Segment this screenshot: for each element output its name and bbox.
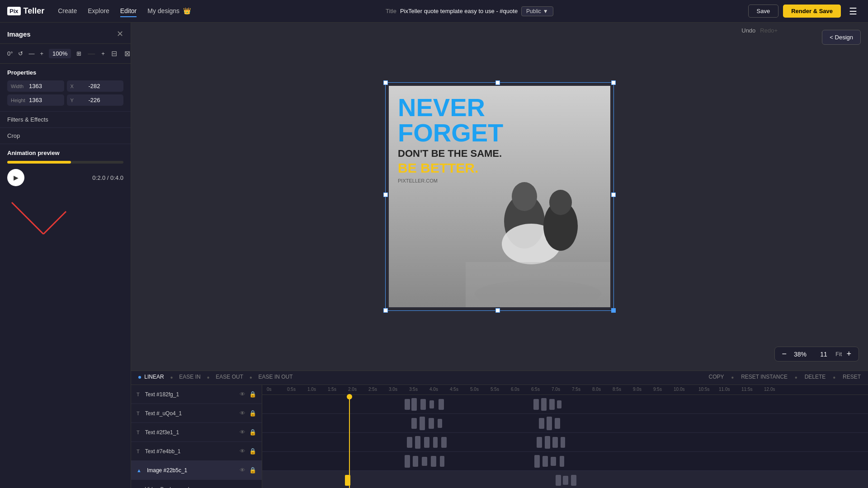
segment[interactable]: [429, 400, 434, 408]
segment[interactable]: [429, 418, 434, 429]
undo-button[interactable]: Undo: [741, 27, 755, 34]
segment[interactable]: [413, 456, 418, 467]
reset-rotation-icon[interactable]: ↺: [18, 50, 23, 57]
segment[interactable]: [407, 437, 412, 448]
handle-ml[interactable]: [383, 192, 388, 197]
save-button[interactable]: Save: [748, 5, 779, 18]
handle-tr[interactable]: [611, 80, 616, 85]
handle-mr[interactable]: [611, 192, 616, 197]
lock-icon-2[interactable]: 🔒: [249, 410, 256, 417]
render-save-button[interactable]: Render & Save: [783, 5, 841, 18]
close-icon[interactable]: ✕: [117, 29, 123, 39]
zoom-input[interactable]: 100%: [49, 49, 71, 58]
visibility-icon[interactable]: 👁: [240, 391, 245, 398]
zoom-in-button[interactable]: +: [844, 349, 853, 359]
title-value[interactable]: PixTeller quote template easy to use - #…: [400, 8, 518, 14]
segment[interactable]: [431, 456, 436, 467]
segment[interactable]: [405, 455, 410, 468]
visibility-dropdown[interactable]: Public ▼: [521, 6, 553, 16]
segment[interactable]: [422, 457, 427, 466]
ease-out[interactable]: EASE OUT: [216, 374, 243, 382]
height-field[interactable]: Height 1363: [7, 94, 64, 106]
filters-effects-link[interactable]: Filters & Effects: [0, 112, 131, 128]
handle-bm[interactable]: [495, 308, 500, 313]
segment[interactable]: [563, 476, 568, 485]
segment[interactable]: [541, 398, 547, 411]
nav-create[interactable]: Create: [58, 5, 77, 17]
lock-icon[interactable]: 🔒: [249, 391, 256, 398]
ease-linear[interactable]: LINEAR: [138, 374, 164, 382]
ease-in[interactable]: EASE IN: [179, 374, 200, 382]
segment[interactable]: [405, 399, 410, 410]
track-row-text4: [262, 452, 868, 471]
visibility-icon-2[interactable]: 👁: [240, 410, 245, 417]
playhead-cursor[interactable]: [349, 395, 350, 488]
segment[interactable]: [556, 475, 561, 486]
zoom-out-button[interactable]: −: [780, 349, 789, 359]
delete-action[interactable]: DELETE: [805, 374, 826, 382]
segment[interactable]: [552, 437, 558, 448]
animation-progress-bar[interactable]: [7, 161, 123, 164]
crop-link[interactable]: Crop: [0, 128, 131, 144]
segment[interactable]: [551, 457, 556, 466]
segment[interactable]: [557, 400, 561, 408]
quote-line3: DON'T BE THE SAME.: [398, 147, 503, 160]
segment[interactable]: [533, 399, 539, 410]
segment[interactable]: [542, 456, 548, 467]
segment[interactable]: [438, 419, 442, 428]
design-button[interactable]: < Design: [822, 30, 861, 45]
segment[interactable]: [439, 399, 444, 410]
segment[interactable]: [420, 399, 426, 410]
rotation-input[interactable]: 0°: [7, 50, 13, 57]
menu-button[interactable]: ☰: [845, 4, 861, 19]
segment[interactable]: [433, 437, 438, 448]
segment[interactable]: [424, 437, 429, 448]
segment[interactable]: [537, 437, 542, 448]
segment[interactable]: [549, 399, 555, 410]
x-field[interactable]: X -282: [67, 80, 124, 92]
segment[interactable]: [539, 418, 544, 429]
segment[interactable]: [420, 417, 425, 430]
handle-bl[interactable]: [383, 308, 388, 313]
handle-br[interactable]: [611, 308, 616, 313]
reset-action[interactable]: RESET: [843, 374, 861, 382]
segment[interactable]: [560, 456, 564, 467]
nav-my-designs[interactable]: My designs 👑: [147, 5, 191, 17]
segment[interactable]: [534, 455, 540, 468]
segment[interactable]: [547, 417, 552, 430]
align-left-icon[interactable]: ⊟: [110, 48, 118, 59]
y-field[interactable]: Y -226: [67, 94, 124, 106]
redo-button[interactable]: Redo+: [760, 27, 778, 34]
reset-instance-action[interactable]: RESET INSTANCE: [741, 374, 788, 382]
lock-icon-3[interactable]: 🔒: [249, 429, 256, 436]
lock-icon-4[interactable]: 🔒: [249, 448, 256, 455]
zoom-fit-button[interactable]: Fit: [835, 351, 842, 357]
segment[interactable]: [411, 398, 417, 411]
visibility-icon-3[interactable]: 👁: [240, 429, 245, 436]
copy-action[interactable]: COPY: [709, 374, 724, 382]
toolbar-minus[interactable]: —: [28, 50, 34, 57]
visibility-icon-5[interactable]: 👁: [240, 467, 245, 474]
handle-tm[interactable]: [495, 80, 500, 85]
segment[interactable]: [561, 437, 565, 448]
segment[interactable]: [415, 436, 420, 449]
lock-icon-5[interactable]: 🔒: [249, 467, 256, 474]
nav-editor[interactable]: Editor: [120, 5, 137, 17]
nav-explore[interactable]: Explore: [88, 5, 109, 17]
segment[interactable]: [440, 456, 444, 467]
handle-tl[interactable]: [383, 80, 388, 85]
logo[interactable]: Pix Teller: [7, 6, 44, 16]
segment[interactable]: [555, 418, 560, 429]
toolbar-plus-btn[interactable]: +: [101, 50, 105, 57]
fit-icon[interactable]: ⊞: [76, 50, 81, 57]
width-field[interactable]: Width 1363: [7, 80, 64, 92]
segment[interactable]: [571, 475, 576, 486]
segment[interactable]: [411, 418, 417, 429]
ease-in-out[interactable]: EASE IN OUT: [259, 374, 293, 382]
play-button[interactable]: ▶: [7, 169, 24, 186]
segment[interactable]: [441, 437, 447, 448]
segment[interactable]: [545, 436, 550, 449]
align-center-h-icon[interactable]: ⊠: [123, 48, 131, 59]
toolbar-plus[interactable]: +: [40, 50, 43, 57]
visibility-icon-4[interactable]: 👁: [240, 448, 245, 455]
